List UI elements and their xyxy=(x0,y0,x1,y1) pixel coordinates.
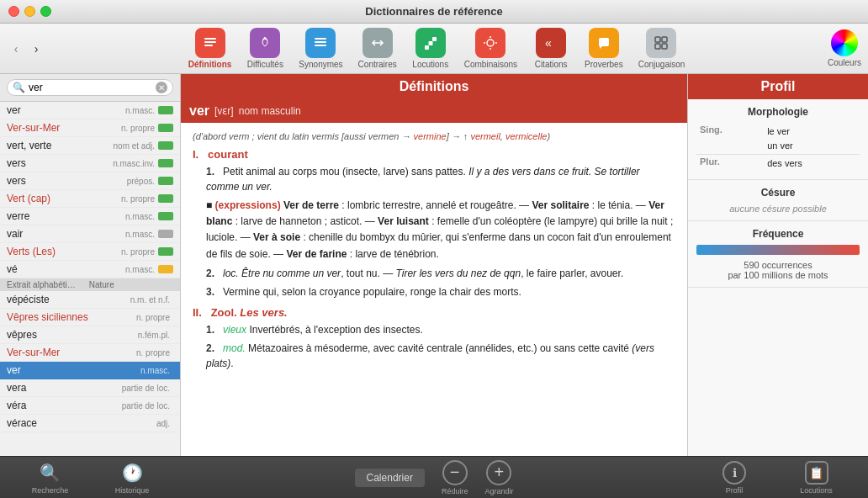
back-button[interactable]: ‹ xyxy=(7,40,25,58)
forward-button[interactable]: › xyxy=(27,40,45,58)
historique-button[interactable]: 🕐 Historique xyxy=(115,461,150,495)
agrandir-button[interactable]: + Agrandir xyxy=(484,460,513,495)
svg-rect-3 xyxy=(315,38,326,40)
etymology: (d'abord verm ; vient du latin vermis [a… xyxy=(193,131,675,141)
locutions-icon xyxy=(415,28,446,58)
list-item-active[interactable]: ver n.masc. xyxy=(0,362,180,379)
svg-text:«: « xyxy=(545,36,552,50)
main-layout: 🔍 ✕ ver n.masc. Ver-sur-Mer n. propre ve… xyxy=(0,74,868,456)
window-title: Dictionnaires de référence xyxy=(365,5,502,18)
content-area: Définitions ver [vɛr] nom masculin (d'ab… xyxy=(181,74,687,456)
toolbar-item-proverbes[interactable]: Proverbes xyxy=(578,24,630,72)
reduire-button[interactable]: − Réduire xyxy=(442,460,468,495)
svg-rect-2 xyxy=(204,45,213,46)
list-item[interactable]: vé n.masc. xyxy=(0,261,180,278)
list-item[interactable]: Vêpres siciliennes n. propre xyxy=(0,309,180,326)
bottom-center: Calendrier − Réduire + Agrandir xyxy=(181,460,687,495)
close-button[interactable] xyxy=(8,6,19,17)
maximize-button[interactable] xyxy=(40,6,51,17)
word-type: partie de loc. xyxy=(122,384,170,393)
list-item[interactable]: vers n.masc.inv. xyxy=(0,155,180,172)
proverbes-label: Proverbes xyxy=(585,60,623,69)
couleurs-label: Couleurs xyxy=(828,58,861,67)
word-type: partie de loc. xyxy=(122,401,170,411)
toolbar-item-synonymes[interactable]: Synonymes xyxy=(292,24,349,72)
historique-icon: 🕐 xyxy=(120,461,144,485)
morphology-section: Morphologie Sing. le verun ver Plur. des… xyxy=(688,99,868,180)
word-type: n. propre xyxy=(121,194,155,204)
list-item[interactable]: vêpres n.fém.pl. xyxy=(0,326,180,344)
proverbes-icon xyxy=(589,28,619,58)
toolbar-item-locutions[interactable]: Locutions xyxy=(405,24,456,72)
list-item[interactable]: vert, verte nom et adj. xyxy=(0,137,180,155)
locutions-button[interactable]: 📋 Locutions xyxy=(800,461,833,495)
bottom-left: 🔍 Recherche 🕐 Historique xyxy=(0,461,181,495)
divider-label-2: Nature xyxy=(89,280,114,289)
word-phonetic: [vɛr] xyxy=(214,105,234,117)
list-item[interactable]: Ver-sur-Mer n. propre xyxy=(0,119,180,137)
word-bar xyxy=(158,159,173,167)
word-bar xyxy=(158,212,173,220)
word-type: n.masc. xyxy=(125,230,155,239)
recherche-button[interactable]: 🔍 Recherche xyxy=(32,461,69,495)
minimize-button[interactable] xyxy=(24,6,35,17)
search-input[interactable] xyxy=(29,82,156,93)
word-type: n. propre xyxy=(136,313,170,322)
reduire-label: Réduire xyxy=(442,487,468,495)
historique-label: Historique xyxy=(115,486,150,495)
toolbar-item-definitions[interactable]: Définitions xyxy=(182,24,239,72)
list-item[interactable]: verre n.masc. xyxy=(0,208,180,225)
right-panel: Profil Morphologie Sing. le verun ver Pl… xyxy=(687,74,868,456)
word-text: vers xyxy=(7,157,113,169)
list-item[interactable]: vera partie de loc. xyxy=(0,379,180,397)
list-item[interactable]: Verts (Les) n. propre xyxy=(0,243,180,261)
word-text: véra xyxy=(7,400,122,411)
toolbar-item-combinaisons[interactable]: Combinaisons xyxy=(458,24,524,72)
toolbar: ‹ › Définitions Difficultés Synonymes xyxy=(0,24,868,74)
citations-label: Citations xyxy=(535,60,568,69)
list-item[interactable]: Ver-sur-Mer n. propre xyxy=(0,344,180,362)
locutions-icon: 📋 xyxy=(805,461,828,485)
expression-block: ■ (expressions) Ver de terre : lombric t… xyxy=(206,198,675,262)
frequency-bar xyxy=(696,245,860,255)
svg-rect-15 xyxy=(655,37,660,42)
svg-rect-6 xyxy=(425,45,429,50)
toolbar-item-contraires[interactable]: Contraires xyxy=(352,24,404,72)
search-icon: 🔍 xyxy=(39,461,62,485)
combinaisons-icon xyxy=(475,28,505,58)
couleurs-button[interactable]: Couleurs xyxy=(828,29,861,67)
window-controls xyxy=(8,6,51,17)
svg-rect-18 xyxy=(662,44,667,49)
list-item[interactable]: ver n.masc. xyxy=(0,102,180,119)
morpho-sing-label: Sing. xyxy=(696,123,764,155)
svg-rect-0 xyxy=(204,38,216,40)
list-item[interactable]: Vert (cap) n. propre xyxy=(0,190,180,208)
word-text: vêpres xyxy=(7,329,138,341)
word-type: nom et adj. xyxy=(114,141,155,151)
list-item[interactable]: véra partie de loc. xyxy=(0,397,180,415)
svg-rect-4 xyxy=(315,41,326,43)
toolbar-item-citations[interactable]: « Citations xyxy=(526,24,576,72)
list-item[interactable]: vépéciste n.m. et n.f. xyxy=(0,291,180,309)
word-type: n. propre xyxy=(136,348,170,358)
search-clear-button[interactable]: ✕ xyxy=(156,82,167,93)
definition-item: 1. Petit animal au corps mou (insecte, l… xyxy=(206,164,675,194)
content-body[interactable]: ver [vɛr] nom masculin (d'abord verm ; v… xyxy=(181,99,687,456)
word-bar xyxy=(158,265,173,273)
toolbar-item-difficultes[interactable]: Difficultés xyxy=(240,24,290,72)
content-header: Définitions xyxy=(181,74,687,99)
list-item[interactable]: vers prépos. xyxy=(0,172,180,190)
toolbar-items: Définitions Difficultés Synonymes Contra… xyxy=(56,24,818,72)
profil-button[interactable]: ℹ Profil xyxy=(722,461,746,495)
word-main: ver xyxy=(189,103,209,119)
word-text: Ver-sur-Mer xyxy=(7,347,136,358)
list-item[interactable]: vair n.masc. xyxy=(0,225,180,243)
word-bar xyxy=(158,106,173,114)
toolbar-item-conjugaison[interactable]: Conjugaison xyxy=(632,24,692,72)
list-item[interactable]: vérace adj. xyxy=(0,415,180,432)
word-type: prépos. xyxy=(127,177,155,186)
calendrier-button[interactable]: Calendrier xyxy=(355,469,425,487)
word-type: n.masc. xyxy=(125,212,155,221)
cesure-section: Césure aucune césure possible xyxy=(688,180,868,221)
locutions-label: Locutions xyxy=(412,60,448,69)
